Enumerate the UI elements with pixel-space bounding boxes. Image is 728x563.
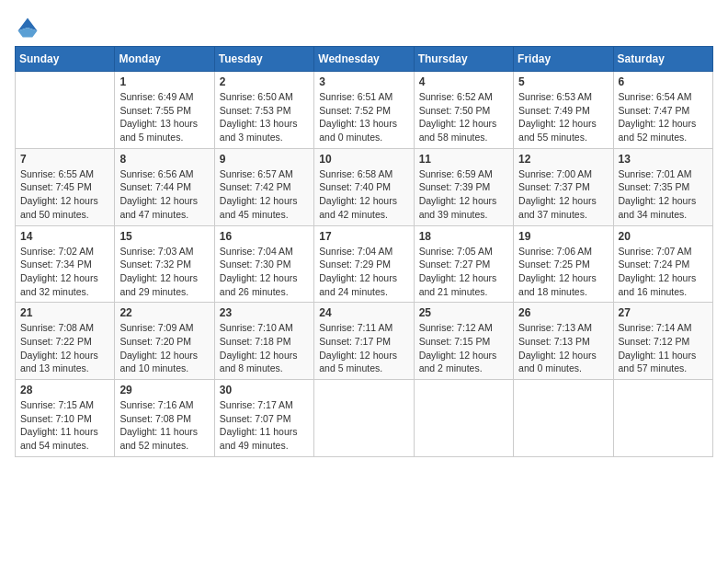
cell-content: Sunrise: 7:11 AMSunset: 7:17 PMDaylight:…	[319, 321, 408, 375]
cell-line: Daylight: 12 hours	[419, 118, 497, 129]
day-number: 7	[20, 153, 109, 166]
calendar-cell: 6Sunrise: 6:54 AMSunset: 7:47 PMDaylight…	[613, 72, 712, 149]
cell-content: Sunrise: 6:56 AMSunset: 7:44 PMDaylight:…	[119, 167, 209, 222]
calendar-cell: 8Sunrise: 6:56 AMSunset: 7:44 PMDaylight…	[115, 148, 214, 225]
cell-line: Daylight: 11 hours	[619, 350, 697, 361]
cell-content: Sunrise: 6:50 AMSunset: 7:53 PMDaylight:…	[220, 90, 309, 144]
calendar-cell: 14Sunrise: 7:02 AMSunset: 7:34 PMDayligh…	[16, 225, 115, 303]
day-header-thursday: Thursday	[414, 47, 513, 72]
cell-content: Sunrise: 7:07 AMSunset: 7:24 PMDaylight:…	[619, 245, 708, 299]
calendar-cell: 13Sunrise: 7:01 AMSunset: 7:35 PMDayligh…	[613, 148, 712, 225]
calendar-cell	[314, 380, 414, 457]
cell-line: Sunset: 7:35 PM	[619, 181, 690, 192]
day-number: 17	[319, 230, 408, 243]
cell-line: Sunset: 7:53 PM	[220, 105, 291, 116]
header	[15, 15, 713, 40]
day-number: 8	[119, 153, 209, 166]
day-number: 12	[518, 153, 608, 166]
cell-line: Daylight: 12 hours	[419, 272, 497, 283]
cell-line: Daylight: 11 hours	[220, 426, 298, 437]
cell-line: Sunrise: 7:03 AM	[119, 246, 193, 257]
cell-line: Sunrise: 7:10 AM	[220, 322, 293, 333]
calendar-cell: 25Sunrise: 7:12 AMSunset: 7:15 PMDayligh…	[414, 303, 513, 380]
calendar-cell: 17Sunrise: 7:04 AMSunset: 7:29 PMDayligh…	[314, 225, 414, 303]
cell-line: Daylight: 12 hours	[20, 272, 98, 283]
cell-line: Sunset: 7:32 PM	[119, 259, 191, 270]
cell-content: Sunrise: 7:12 AMSunset: 7:15 PMDaylight:…	[419, 321, 508, 375]
cell-line: Sunset: 7:30 PM	[220, 259, 291, 270]
cell-content: Sunrise: 7:14 AMSunset: 7:12 PMDaylight:…	[619, 321, 708, 375]
cell-line: Sunset: 7:39 PM	[419, 181, 491, 192]
cell-line: Sunset: 7:20 PM	[119, 336, 191, 347]
cell-line: Sunrise: 6:58 AM	[319, 168, 392, 179]
day-header-monday: Monday	[115, 47, 214, 72]
week-row-1: 1Sunrise: 6:49 AMSunset: 7:55 PMDaylight…	[16, 72, 713, 149]
cell-line: Daylight: 12 hours	[20, 350, 98, 361]
day-number: 13	[619, 153, 708, 166]
day-number: 21	[20, 306, 109, 319]
day-header-sunday: Sunday	[16, 47, 115, 72]
cell-line: Daylight: 11 hours	[20, 426, 98, 437]
calendar-cell: 22Sunrise: 7:09 AMSunset: 7:20 PMDayligh…	[115, 303, 214, 380]
calendar-cell: 7Sunrise: 6:55 AMSunset: 7:45 PMDaylight…	[16, 148, 115, 225]
cell-content: Sunrise: 7:05 AMSunset: 7:27 PMDaylight:…	[419, 245, 508, 299]
cell-line: Daylight: 12 hours	[619, 272, 697, 283]
cell-content: Sunrise: 7:09 AMSunset: 7:20 PMDaylight:…	[119, 321, 209, 375]
cell-line: Sunset: 7:44 PM	[119, 181, 191, 192]
day-header-friday: Friday	[514, 47, 613, 72]
cell-line: Sunrise: 7:13 AM	[518, 322, 592, 333]
day-number: 3	[319, 75, 408, 88]
day-number: 23	[220, 306, 309, 319]
calendar-cell: 26Sunrise: 7:13 AMSunset: 7:13 PMDayligh…	[514, 303, 613, 380]
cell-line: and 39 minutes.	[419, 209, 488, 220]
cell-line: Sunrise: 6:54 AM	[619, 91, 692, 102]
cell-line: Sunset: 7:24 PM	[619, 259, 690, 270]
cell-line: Daylight: 12 hours	[119, 195, 198, 206]
calendar-cell: 15Sunrise: 7:03 AMSunset: 7:32 PMDayligh…	[115, 225, 214, 303]
cell-line: Daylight: 12 hours	[419, 195, 497, 206]
cell-line: Sunrise: 7:12 AM	[419, 322, 493, 333]
calendar-cell: 2Sunrise: 6:50 AMSunset: 7:53 PMDaylight…	[214, 72, 313, 149]
cell-line: Daylight: 12 hours	[518, 118, 597, 129]
cell-line: Daylight: 12 hours	[319, 350, 397, 361]
calendar-cell	[514, 380, 613, 457]
cell-content: Sunrise: 6:57 AMSunset: 7:42 PMDaylight:…	[220, 167, 309, 222]
cell-line: Sunrise: 7:07 AM	[619, 246, 692, 257]
logo-icon	[15, 15, 40, 40]
calendar-cell: 10Sunrise: 6:58 AMSunset: 7:40 PMDayligh…	[314, 148, 414, 225]
cell-line: and 26 minutes.	[220, 286, 289, 297]
cell-line: Sunset: 7:55 PM	[119, 105, 191, 116]
calendar-cell	[16, 72, 115, 149]
day-number: 5	[518, 75, 608, 88]
cell-line: and 29 minutes.	[119, 286, 188, 297]
cell-line: Daylight: 12 hours	[419, 350, 497, 361]
cell-content: Sunrise: 6:54 AMSunset: 7:47 PMDaylight:…	[619, 90, 708, 144]
cell-line: Daylight: 12 hours	[518, 195, 597, 206]
cell-line: Daylight: 11 hours	[119, 426, 198, 437]
cell-content: Sunrise: 7:02 AMSunset: 7:34 PMDaylight:…	[20, 245, 109, 299]
cell-line: Daylight: 12 hours	[20, 195, 98, 206]
calendar-cell: 16Sunrise: 7:04 AMSunset: 7:30 PMDayligh…	[214, 225, 313, 303]
cell-content: Sunrise: 7:01 AMSunset: 7:35 PMDaylight:…	[619, 167, 708, 222]
day-number: 14	[20, 230, 109, 243]
cell-line: Sunrise: 7:15 AM	[20, 399, 94, 410]
day-number: 28	[20, 384, 109, 396]
cell-line: and 50 minutes.	[20, 209, 89, 220]
cell-line: Sunset: 7:08 PM	[119, 413, 191, 424]
cell-line: and 5 minutes.	[319, 362, 382, 373]
cell-content: Sunrise: 7:15 AMSunset: 7:10 PMDaylight:…	[20, 398, 109, 453]
day-header-saturday: Saturday	[613, 47, 712, 72]
cell-line: and 5 minutes.	[119, 132, 183, 143]
cell-line: Daylight: 13 hours	[119, 118, 198, 129]
calendar-cell: 30Sunrise: 7:17 AMSunset: 7:07 PMDayligh…	[214, 380, 313, 457]
cell-line: Sunrise: 7:16 AM	[119, 399, 193, 410]
cell-line: and 52 minutes.	[119, 440, 188, 451]
cell-line: Sunset: 7:17 PM	[319, 336, 391, 347]
cell-line: and 16 minutes.	[619, 286, 688, 297]
cell-line: and 8 minutes.	[220, 362, 283, 373]
week-row-3: 14Sunrise: 7:02 AMSunset: 7:34 PMDayligh…	[16, 225, 713, 303]
cell-content: Sunrise: 7:04 AMSunset: 7:29 PMDaylight:…	[319, 245, 408, 299]
cell-content: Sunrise: 6:58 AMSunset: 7:40 PMDaylight:…	[319, 167, 408, 222]
day-number: 6	[619, 75, 708, 88]
cell-line: Sunrise: 7:05 AM	[419, 246, 493, 257]
